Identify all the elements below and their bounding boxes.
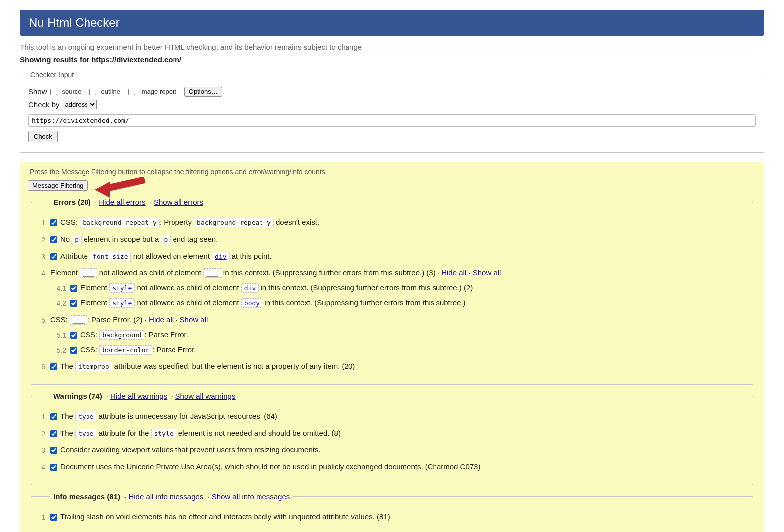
code-token-link[interactable]: style (109, 298, 135, 308)
image-report-label: image report (140, 88, 176, 95)
error-sub-item: 4.1Element style not allowed as child of… (70, 282, 747, 294)
message-toggle-checkbox[interactable] (50, 447, 57, 454)
code-token: ___ (203, 268, 221, 278)
inline-link[interactable]: Show all (473, 268, 501, 277)
checker-input-fieldset: Checker Input Show source outline image … (20, 71, 764, 153)
address-input[interactable] (28, 114, 756, 127)
inline-link[interactable]: Show all (180, 315, 208, 324)
info-title: Info messages (81) (53, 492, 120, 501)
message-toggle-checkbox[interactable] (50, 236, 57, 243)
message-toggle-checkbox[interactable] (70, 332, 77, 339)
error-item: Element ___ not allowed as child of elem… (50, 267, 747, 309)
intro-text: This tool is an ongoing experiment in be… (20, 43, 764, 51)
warnings-title: Warnings (74) (53, 392, 102, 400)
show-label: Show (28, 88, 47, 96)
code-token: p (161, 235, 171, 244)
code-token-link[interactable]: style (109, 283, 135, 293)
message-toggle-checkbox[interactable] (50, 413, 57, 420)
message-toggle-checkbox[interactable] (50, 430, 57, 437)
show-all-info-link[interactable]: Show all info messages (212, 492, 290, 501)
source-label: source (62, 88, 82, 95)
warning-item: Document uses the Unicode Private Use Ar… (50, 461, 747, 473)
code-token-link[interactable]: body (241, 298, 262, 308)
info-item: Trailing slash on void elements has no e… (50, 511, 747, 523)
sub-item-number: 5.2 (51, 345, 66, 355)
inline-link[interactable]: Hide all (441, 268, 466, 277)
code-token: background-repeat-y (194, 218, 274, 227)
code-token: itemprop (75, 362, 112, 371)
code-token: style (151, 429, 176, 438)
check-by-select[interactable]: address (63, 100, 97, 109)
message-toggle-checkbox[interactable] (70, 347, 77, 354)
showing-results: Showing results for https://diviextended… (20, 55, 764, 64)
check-by-label: Check by (28, 100, 60, 109)
code-token-link[interactable]: div (241, 283, 259, 293)
sub-item-number: 4.2 (51, 298, 66, 309)
warning-item: The type attribute for the style element… (50, 427, 747, 439)
outline-label: outline (101, 88, 120, 95)
page-header: Nu Html Checker (20, 10, 764, 36)
hide-all-warnings-link[interactable]: Hide all warnings (110, 392, 167, 400)
options-button[interactable]: Options… (184, 87, 222, 97)
code-token: background (99, 330, 144, 340)
error-item: Attribute font-size not allowed on eleme… (50, 250, 747, 262)
message-toggle-checkbox[interactable] (70, 300, 77, 307)
error-item: CSS: background-repeat-y: Property backg… (50, 216, 747, 228)
errors-title: Errors (28) (53, 198, 91, 206)
code-token: ___ (70, 315, 87, 325)
page-title: Nu Html Checker (29, 16, 755, 30)
hide-all-info-link[interactable]: Hide all info messages (128, 492, 203, 501)
source-checkbox[interactable] (50, 89, 57, 95)
message-toggle-checkbox[interactable] (50, 514, 57, 521)
warning-item: The type attribute is unnecessary for Ja… (50, 410, 747, 422)
error-sub-item: 5.1CSS: background: Parse Error. (70, 329, 747, 341)
error-sub-item: 5.2CSS: border-color: Parse Error. (70, 344, 747, 355)
code-token: p (72, 235, 82, 244)
message-toggle-checkbox[interactable] (50, 253, 57, 260)
image-report-checkbox[interactable] (128, 89, 135, 95)
info-fieldset: Info messages (81) ·Hide all info messag… (31, 492, 753, 532)
warning-item: Consider avoiding viewport values that p… (50, 444, 747, 456)
sub-item-number: 4.1 (51, 283, 66, 294)
errors-fieldset: Errors (28) ·Hide all errors ·Show all e… (31, 198, 753, 385)
code-token: ___ (80, 268, 97, 278)
warnings-fieldset: Warnings (74) ·Hide all warnings ·Show a… (31, 392, 753, 485)
code-token-link[interactable]: div (212, 252, 229, 261)
inline-link[interactable]: Hide all (149, 315, 174, 324)
checker-legend: Checker Input (28, 71, 76, 79)
code-token: type (75, 412, 96, 421)
error-sub-item: 4.2Element style not allowed as child of… (70, 297, 747, 309)
sub-item-number: 5.1 (51, 330, 66, 341)
error-item: The itemprop attribute was specified, bu… (50, 360, 747, 372)
code-token: border-color (99, 345, 152, 355)
results-panel: Press the Message Filtering button to co… (20, 162, 764, 532)
code-token: background-repeat-y (80, 218, 160, 227)
error-item: CSS: ___: Parse Error. (2) · Hide all · … (50, 314, 747, 355)
message-toggle-checkbox[interactable] (50, 464, 57, 471)
message-toggle-checkbox[interactable] (50, 363, 57, 370)
outline-checkbox[interactable] (89, 89, 96, 95)
code-token: type (75, 429, 96, 438)
message-toggle-checkbox[interactable] (50, 219, 57, 226)
message-filtering-button[interactable]: Message Filtering (28, 180, 88, 191)
check-button[interactable]: Check (28, 131, 58, 142)
filter-hint: Press the Message Filtering button to co… (30, 168, 759, 176)
error-item: No p element in scope but a p end tag se… (50, 233, 747, 245)
show-all-warnings-link[interactable]: Show all warnings (175, 392, 236, 400)
show-all-errors-link[interactable]: Show all errors (154, 198, 203, 206)
code-token: font-size (90, 252, 131, 261)
message-toggle-checkbox[interactable] (70, 285, 77, 292)
